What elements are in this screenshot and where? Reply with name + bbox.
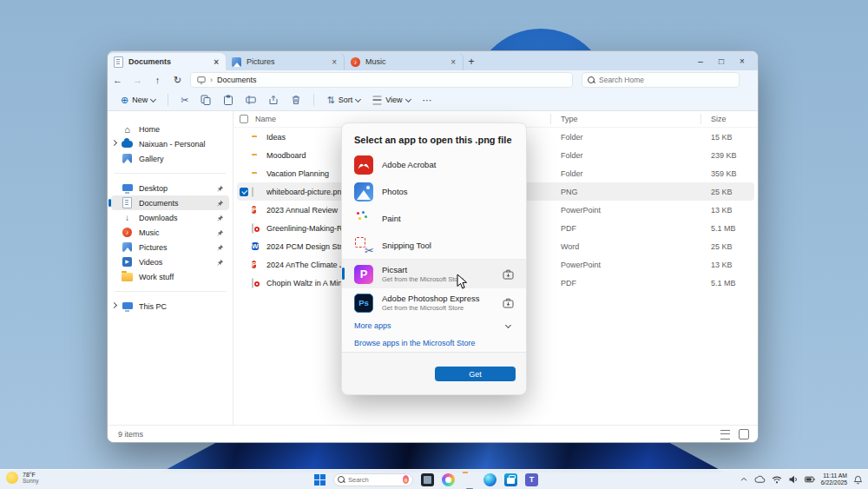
- battery-icon[interactable]: [805, 474, 815, 485]
- pin-icon: [217, 215, 224, 221]
- taskbar-search[interactable]: [333, 473, 413, 486]
- more-options-button[interactable]: ⋯: [418, 91, 437, 109]
- pictures-icon: [122, 242, 133, 252]
- app-option-snipping-tool[interactable]: ✂ Snipping Tool: [342, 232, 526, 259]
- column-header-type[interactable]: Type: [561, 115, 578, 123]
- cut-button[interactable]: ✂: [176, 91, 193, 109]
- image-file-icon: [252, 188, 253, 196]
- store-app-picsart[interactable]: P Picsart Get from the Microsoft Store: [342, 260, 526, 288]
- row-checkbox[interactable]: [240, 188, 248, 196]
- weather-condition: Sunny: [23, 478, 38, 484]
- music-icon: ♪: [122, 228, 133, 237]
- chevron-down-icon: [150, 96, 156, 102]
- pin-icon: [217, 259, 224, 266]
- thumbnail-view-icon[interactable]: [739, 429, 749, 439]
- sidebar-item-this-pc[interactable]: This PC: [111, 299, 229, 314]
- sort-button[interactable]: ⇅ Sort: [322, 91, 365, 109]
- minimize-button[interactable]: –: [690, 56, 711, 66]
- sidebar-item-pictures[interactable]: Pictures: [111, 240, 229, 254]
- edge-icon[interactable]: [483, 473, 496, 486]
- search-highlight-icon: [403, 475, 409, 484]
- expand-chevron-icon[interactable]: [111, 140, 117, 146]
- chevron-down-icon: [355, 96, 361, 102]
- chevron-right-icon: ›: [210, 76, 213, 84]
- maximize-button[interactable]: □: [711, 56, 732, 66]
- tab-pictures[interactable]: Pictures ×: [226, 53, 345, 70]
- open-with-dialog: Select an app to open this .png file Ado…: [341, 122, 527, 395]
- teams-icon[interactable]: [525, 473, 538, 486]
- pdf-file-icon: [252, 279, 253, 287]
- chevron-down-icon: [405, 96, 411, 102]
- microsoft-store-icon[interactable]: [504, 473, 517, 486]
- cut-icon: ✂: [181, 95, 188, 106]
- close-tab-icon[interactable]: ×: [330, 57, 339, 67]
- browse-store-link[interactable]: Browse apps in the Microsoft Store: [342, 334, 526, 352]
- sidebar-item-home[interactable]: ⌂ Home: [111, 122, 229, 136]
- tab-documents[interactable]: Documents ×: [108, 53, 226, 70]
- volume-icon[interactable]: [788, 474, 799, 485]
- search-box[interactable]: [582, 72, 740, 88]
- sidebar-item-gallery[interactable]: Gallery: [111, 151, 229, 166]
- rename-button[interactable]: [241, 91, 260, 109]
- details-view-icon[interactable]: [720, 430, 730, 439]
- new-button[interactable]: ⊕ New: [116, 91, 160, 109]
- status-bar: 9 items: [108, 425, 758, 443]
- store-app-photoshop-express[interactable]: Ps Adobe Photoshop Express Get from the …: [342, 288, 526, 317]
- up-button[interactable]: ↑: [148, 75, 168, 85]
- sidebar-item-onedrive[interactable]: Naixuan - Personal: [111, 136, 229, 151]
- tab-music[interactable]: ♪ Music ×: [345, 53, 464, 70]
- sidebar-item-music[interactable]: ♪ Music: [111, 225, 229, 240]
- file-explorer-taskbar-icon[interactable]: [463, 473, 476, 486]
- taskbar: 78°F Sunny 11:11 AM: [0, 469, 868, 489]
- paste-button[interactable]: [219, 91, 238, 109]
- app-option-photos[interactable]: Photos: [342, 178, 526, 205]
- pdf-file-icon: [252, 224, 253, 233]
- column-header-name[interactable]: Name: [255, 115, 276, 123]
- column-header-size[interactable]: Size: [711, 115, 727, 123]
- breadcrumb[interactable]: › Documents: [190, 72, 573, 88]
- view-button[interactable]: View: [368, 91, 414, 109]
- back-button[interactable]: ←: [108, 75, 128, 85]
- view-icon: [373, 96, 382, 104]
- share-button[interactable]: [264, 91, 283, 109]
- onedrive-tray-icon[interactable]: [754, 475, 766, 484]
- sidebar-item-videos[interactable]: ▶ Videos: [111, 254, 229, 269]
- sidebar-item-work-stuff[interactable]: Work stuff: [111, 269, 229, 284]
- new-tab-button[interactable]: +: [464, 53, 479, 70]
- sidebar-item-documents[interactable]: Documents: [111, 195, 229, 210]
- taskbar-search-input[interactable]: [348, 476, 399, 484]
- select-all-checkbox[interactable]: [240, 115, 248, 123]
- sidebar-item-desktop[interactable]: Desktop: [111, 181, 229, 195]
- close-tab-icon[interactable]: ×: [212, 57, 220, 67]
- trash-icon: [291, 95, 301, 105]
- weather-widget[interactable]: 78°F Sunny: [6, 472, 38, 484]
- start-button[interactable]: [314, 474, 326, 486]
- wifi-icon[interactable]: [772, 474, 782, 485]
- notifications-bell-icon[interactable]: [853, 475, 863, 485]
- hidden-icons-chevron[interactable]: [740, 475, 748, 484]
- breadcrumb-location[interactable]: Documents: [217, 76, 257, 84]
- pin-icon: [217, 229, 224, 236]
- delete-button[interactable]: [286, 91, 306, 109]
- divider: [115, 173, 226, 174]
- expand-chevron-icon[interactable]: [111, 302, 117, 308]
- app-option-paint[interactable]: Paint: [342, 205, 526, 232]
- more-apps-expander[interactable]: More apps: [342, 317, 526, 334]
- copilot-icon[interactable]: [442, 473, 455, 486]
- word-file-icon: W: [252, 241, 259, 252]
- copy-button[interactable]: [196, 91, 215, 109]
- picsart-icon: P: [354, 265, 373, 284]
- store-download-icon[interactable]: [503, 268, 514, 280]
- search-input[interactable]: [599, 76, 733, 84]
- refresh-button[interactable]: ↻: [168, 75, 187, 86]
- get-button[interactable]: Get: [435, 367, 516, 381]
- close-tab-icon[interactable]: ×: [449, 57, 457, 67]
- sidebar-item-downloads[interactable]: ↓ Downloads: [111, 210, 229, 225]
- close-button[interactable]: ×: [732, 56, 753, 66]
- clock[interactable]: 11:11 AM 6/22/2025: [821, 472, 847, 486]
- task-view-icon[interactable]: [421, 473, 434, 486]
- app-option-adobe-acrobat[interactable]: Adobe Acrobat: [342, 151, 526, 178]
- forward-button[interactable]: →: [128, 75, 148, 85]
- store-download-icon[interactable]: [503, 297, 514, 308]
- desktop-icon: [122, 186, 133, 191]
